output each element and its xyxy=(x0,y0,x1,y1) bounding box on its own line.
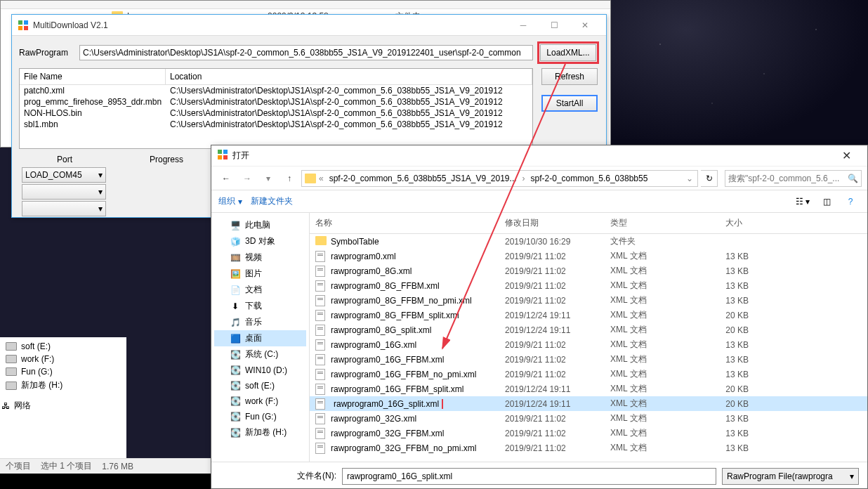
tree-item[interactable]: 💽Fun (G:) xyxy=(214,409,306,424)
header-size[interactable]: 大小 xyxy=(692,213,749,233)
status-size: 1.76 MB xyxy=(102,462,133,471)
port-combo-2[interactable]: ▾ xyxy=(22,201,106,216)
files-table: File Name Location patch0.xmlC:\Users\Ad… xyxy=(19,68,533,149)
tree-item[interactable]: 💽新加卷 (H:) xyxy=(214,424,306,441)
close-button[interactable]: ✕ xyxy=(570,15,600,35)
drive-item[interactable]: 新加卷 (H:) xyxy=(6,378,121,393)
rawprogram-input[interactable] xyxy=(79,45,533,60)
table-row[interactable]: NON-HLOS.binC:\Users\Administrator\Deskt… xyxy=(20,107,532,119)
file-row[interactable]: rawprogram0_8G_FFBM_split.xml2019/12/24 … xyxy=(310,308,867,322)
tree-item[interactable]: 💽WIN10 (D:) xyxy=(214,363,306,378)
svg-rect-4 xyxy=(218,150,222,154)
file-list[interactable]: 名称 修改日期 类型 大小 SymbolTable2019/10/30 16:2… xyxy=(310,213,867,462)
xml-file-icon xyxy=(315,295,325,306)
svg-rect-1 xyxy=(24,20,28,25)
svg-rect-7 xyxy=(223,155,228,159)
file-row[interactable]: rawprogram0.xml2019/9/21 11:02XML 文档13 K… xyxy=(310,249,867,263)
file-row[interactable]: rawprogram0_32G_FFBM.xml2019/9/21 11:02X… xyxy=(310,426,867,441)
drive-item[interactable]: soft (E:) xyxy=(6,340,121,353)
th-location[interactable]: Location xyxy=(166,69,532,84)
drive-item[interactable]: Fun (G:) xyxy=(6,365,121,378)
header-date[interactable]: 修改日期 xyxy=(499,213,605,233)
folder-tree[interactable]: 🖥️此电脑🧊3D 对象🎞️视频🖼️图片📄文档⬇下载🎵音乐🟦桌面💽系统 (C:)💽… xyxy=(211,213,310,462)
xml-file-icon xyxy=(315,384,325,395)
titlebar[interactable]: MultiDownload V2.1 ─ ☐ ✕ xyxy=(12,15,606,36)
recent-button[interactable]: ▾ xyxy=(259,169,277,188)
dialog-titlebar[interactable]: 打开 ✕ xyxy=(211,145,867,167)
filetype-filter[interactable]: RawProgram File(rawprogra▾ xyxy=(722,468,859,485)
chevron-down-icon: ▾ xyxy=(238,197,242,207)
back-button[interactable]: ← xyxy=(217,169,235,188)
file-row[interactable]: rawprogram0_32G.xml2019/9/21 11:02XML 文档… xyxy=(310,411,867,426)
th-filename[interactable]: File Name xyxy=(20,69,166,84)
close-button[interactable]: ✕ xyxy=(831,146,862,166)
file-row[interactable]: rawprogram0_8G_split.xml2019/12/24 19:11… xyxy=(310,322,867,337)
tree-item[interactable]: 💽soft (E:) xyxy=(214,378,306,393)
port-combo-1[interactable]: ▾ xyxy=(22,184,106,200)
tree-item[interactable]: 🧊3D 对象 xyxy=(214,233,306,249)
forward-button[interactable]: → xyxy=(238,169,256,188)
file-row[interactable]: rawprogram0_8G.xml2019/9/21 11:02XML 文档1… xyxy=(310,263,867,278)
drive-icon xyxy=(6,342,17,351)
header-name[interactable]: 名称 xyxy=(310,213,499,233)
organize-button[interactable]: 组织 ▾ xyxy=(218,195,242,207)
filename-input[interactable] xyxy=(342,468,716,485)
tree-item[interactable]: 🖥️此电脑 xyxy=(214,217,306,233)
breadcrumb[interactable]: « spf-2-0_common_5.6_038bb55_JS1A_V9_201… xyxy=(301,170,698,187)
file-row[interactable]: rawprogram0_16G.xml2019/9/21 11:02XML 文档… xyxy=(310,337,867,352)
network-label[interactable]: 网络 xyxy=(14,400,31,412)
preview-pane-icon[interactable]: ◫ xyxy=(817,193,836,210)
header-type[interactable]: 类型 xyxy=(605,213,692,233)
tree-item[interactable]: 💽work (F:) xyxy=(214,393,306,409)
tree-item[interactable]: 🎵音乐 xyxy=(214,314,306,330)
tree-item[interactable]: ⬇下载 xyxy=(214,298,306,314)
file-row[interactable]: rawprogram0_16G_FFBM.xml2019/9/21 11:02X… xyxy=(310,352,867,367)
refresh-button[interactable]: ↻ xyxy=(701,170,718,187)
minimize-button[interactable]: ─ xyxy=(508,15,539,35)
table-row[interactable]: prog_emmc_firehose_8953_ddr.mbnC:\Users\… xyxy=(20,96,532,107)
drive-item[interactable]: work (F:) xyxy=(6,353,121,365)
tree-item[interactable]: 💽系统 (C:) xyxy=(214,346,306,363)
loadxml-button[interactable]: LoadXML... xyxy=(540,44,596,61)
xml-file-icon xyxy=(315,310,325,321)
new-folder-button[interactable]: 新建文件夹 xyxy=(251,195,293,207)
help-icon[interactable]: ? xyxy=(841,193,860,210)
view-details-icon[interactable]: ☷ ▾ xyxy=(793,193,813,210)
table-row[interactable]: patch0.xmlC:\Users\Administrator\Desktop… xyxy=(20,85,532,96)
table-row[interactable]: sbl1.mbnC:\Users\Administrator\Desktop\J… xyxy=(20,119,532,130)
search-input[interactable] xyxy=(728,174,848,183)
port-combo-0[interactable]: LOAD_COM45▾ xyxy=(22,167,106,183)
search-box[interactable]: 🔍 xyxy=(725,170,862,187)
chevron-down-icon[interactable]: ⌄ xyxy=(685,174,695,183)
status-selected: 选中 1 个项目 xyxy=(41,460,92,472)
drive-icon: 💽 xyxy=(230,411,241,422)
file-row[interactable]: rawprogram0_8G_FFBM_no_pmi.xml2019/9/21 … xyxy=(310,293,867,308)
file-row[interactable]: rawprogram0_16G_split.xml2019/12/24 19:1… xyxy=(310,396,867,411)
file-row[interactable]: rawprogram0_32G_FFBM_no_pmi.xml2019/9/21… xyxy=(310,441,867,455)
startall-button[interactable]: StartAll xyxy=(541,95,598,112)
status-bar: 个项目 选中 1 个项目 1.76 MB xyxy=(0,458,211,474)
maximize-button[interactable]: ☐ xyxy=(539,15,570,35)
file-row[interactable]: rawprogram0_16G_FFBM_no_pmi.xml2019/9/21… xyxy=(310,367,867,382)
loadxml-highlight: LoadXML... xyxy=(537,41,599,64)
search-icon: 🔍 xyxy=(848,174,858,183)
folder-icon xyxy=(305,174,316,183)
file-row[interactable]: rawprogram0_8G_FFBM.xml2019/9/21 11:02XM… xyxy=(310,278,867,293)
tree-item[interactable]: 🎞️视频 xyxy=(214,249,306,266)
folder-icon xyxy=(315,236,327,245)
tree-item[interactable]: 📄文档 xyxy=(214,282,306,298)
window-title: MultiDownload V2.1 xyxy=(33,20,508,30)
breadcrumb-item[interactable]: spf-2-0_common_5.6_038bb55_JS1A_V9_2019.… xyxy=(327,174,520,183)
breadcrumb-item[interactable]: spf-2-0_common_5.6_038bb55 xyxy=(528,174,651,183)
tree-item[interactable]: 🟦桌面 xyxy=(214,330,306,346)
up-button[interactable]: ↑ xyxy=(280,169,298,188)
xml-file-icon xyxy=(315,398,325,410)
progress-header: Progress xyxy=(110,153,223,166)
file-row[interactable]: SymbolTable2019/10/30 16:29文件夹 xyxy=(310,234,867,249)
navigation-bar: ← → ▾ ↑ « spf-2-0_common_5.6_038bb55_JS1… xyxy=(211,167,867,190)
xml-file-icon xyxy=(315,266,325,277)
left-explorer-tree: soft (E:)work (F:)Fun (G:)新加卷 (H:) 🖧 网络 xyxy=(0,337,126,464)
tree-item[interactable]: 🖼️图片 xyxy=(214,266,306,282)
file-row[interactable]: rawprogram0_16G_FFBM_split.xml2019/12/24… xyxy=(310,382,867,396)
refresh-button[interactable]: Refresh xyxy=(541,68,598,85)
